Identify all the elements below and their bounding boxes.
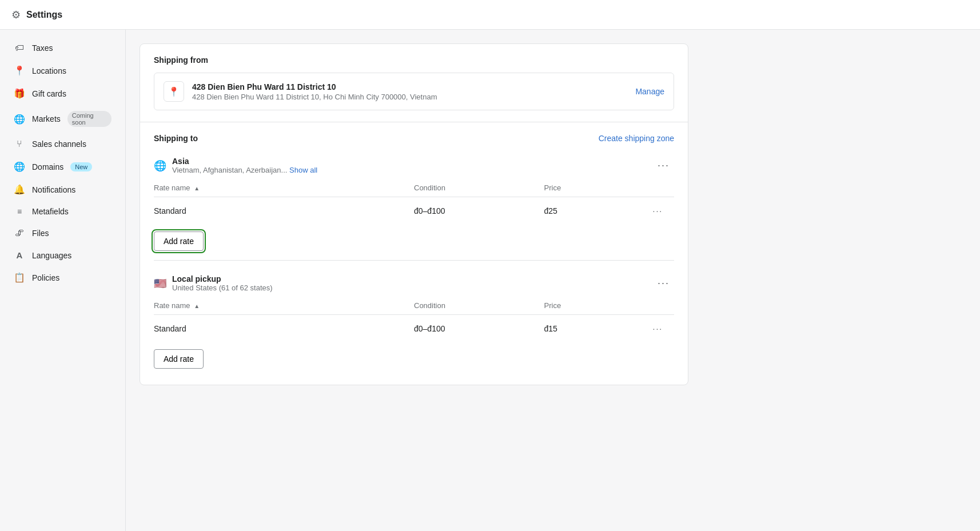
sidebar-item-label: Metafields xyxy=(32,207,69,216)
asia-price-header: Price xyxy=(544,179,648,197)
shipping-to-title: Shipping to xyxy=(154,134,198,143)
manage-link[interactable]: Manage xyxy=(635,87,664,96)
sidebar-item-taxes[interactable]: 🏷 Taxes xyxy=(5,37,121,59)
zone-asia-info: 🌐 Asia Vietnam, Afghanistan, Azerbaijan.… xyxy=(154,157,317,174)
zone-local-pickup-text: Local pickup United States (61 of 62 sta… xyxy=(172,274,273,292)
header-title: Settings xyxy=(26,10,62,20)
gift-cards-icon: 🎁 xyxy=(14,88,25,99)
markets-badge: Coming soon xyxy=(67,111,111,127)
languages-icon: A xyxy=(14,250,25,260)
markets-icon: 🌐 xyxy=(14,114,25,125)
table-row: Standard đ0–đ100 đ15 ··· xyxy=(154,315,674,343)
sort-icon: ▲ xyxy=(194,303,200,309)
add-rate-button-local[interactable]: Add rate xyxy=(154,349,204,369)
zone-asia-name: Asia xyxy=(172,157,317,166)
local-rate-standard-actions: ··· xyxy=(648,315,675,343)
locations-icon: 📍 xyxy=(14,65,25,76)
domains-icon: 🌐 xyxy=(14,161,25,172)
asia-globe-icon: 🌐 xyxy=(154,159,166,172)
table-row: Standard đ0–đ100 đ25 ··· xyxy=(154,197,674,225)
zone-asia-text: Asia Vietnam, Afghanistan, Azerbaijan...… xyxy=(172,157,317,174)
local-pickup-rates-table: Rate name ▲ Condition Price Standard xyxy=(154,297,674,342)
policies-icon: 📋 xyxy=(14,272,25,283)
zone-local-pickup-countries: United States (61 of 62 states) xyxy=(172,284,273,292)
sidebar-item-notifications[interactable]: 🔔 Notifications xyxy=(5,178,121,201)
sidebar: 🏷 Taxes 📍 Locations 🎁 Gift cards 🌐 Marke… xyxy=(0,30,126,531)
sidebar-item-gift-cards[interactable]: 🎁 Gift cards xyxy=(5,82,121,105)
sidebar-item-domains[interactable]: 🌐 Domains New xyxy=(5,155,121,178)
create-shipping-zone-link[interactable]: Create shipping zone xyxy=(599,134,674,143)
sidebar-item-files[interactable]: 🖇 Files xyxy=(5,222,121,244)
sidebar-item-markets[interactable]: 🌐 Markets Coming soon xyxy=(5,105,121,133)
local-rate-standard-condition: đ0–đ100 xyxy=(414,315,544,343)
local-actions-header xyxy=(648,297,675,315)
local-condition-header: Condition xyxy=(414,297,544,315)
notifications-icon: 🔔 xyxy=(14,184,25,195)
zone-asia: 🌐 Asia Vietnam, Afghanistan, Azerbaijan.… xyxy=(154,152,674,251)
us-flag-icon: 🇺🇸 xyxy=(154,277,166,290)
local-rate-name-header: Rate name ▲ xyxy=(154,297,414,315)
taxes-icon: 🏷 xyxy=(14,43,25,53)
sidebar-item-label: Domains xyxy=(32,162,63,171)
local-standard-more-button[interactable]: ··· xyxy=(648,322,668,336)
shipping-from-details: 428 Dien Bien Phu Ward 11 District 10 42… xyxy=(192,82,627,101)
sidebar-item-languages[interactable]: A Languages xyxy=(5,245,121,266)
sidebar-item-label: Locations xyxy=(32,66,66,75)
zone-local-pickup: 🇺🇸 Local pickup United States (61 of 62 … xyxy=(154,270,674,369)
sidebar-item-sales-channels[interactable]: ⑂ Sales channels xyxy=(5,133,121,155)
add-rate-button-asia[interactable]: Add rate xyxy=(154,231,204,251)
zone-asia-header: 🌐 Asia Vietnam, Afghanistan, Azerbaijan.… xyxy=(154,152,674,179)
zone-local-pickup-name: Local pickup xyxy=(172,274,273,284)
local-rate-standard-price: đ15 xyxy=(544,315,648,343)
files-icon: 🖇 xyxy=(14,228,25,238)
shipping-to-header: Shipping to Create shipping zone xyxy=(154,134,674,143)
sidebar-item-label: Notifications xyxy=(32,185,75,194)
sidebar-item-label: Taxes xyxy=(32,43,53,53)
local-price-header: Price xyxy=(544,297,648,315)
location-pin-icon: 📍 xyxy=(164,81,184,102)
sidebar-item-label: Sales channels xyxy=(32,139,86,149)
asia-condition-header: Condition xyxy=(414,179,544,197)
shipping-from-title: Shipping from xyxy=(154,55,674,65)
shipping-location-address: 428 Dien Bien Phu Ward 11 District 10, H… xyxy=(192,93,627,101)
asia-actions-header xyxy=(648,179,675,197)
main-content: Shipping from 📍 428 Dien Bien Phu Ward 1… xyxy=(126,30,980,531)
shipping-card: Shipping from 📍 428 Dien Bien Phu Ward 1… xyxy=(140,43,688,385)
shipping-from-row: 📍 428 Dien Bien Phu Ward 11 District 10 … xyxy=(154,73,674,110)
local-rate-standard-name: Standard xyxy=(154,315,414,343)
sidebar-item-label: Markets xyxy=(32,114,61,123)
metafields-icon: ≡ xyxy=(14,207,25,216)
asia-rate-standard-actions: ··· xyxy=(648,197,675,225)
zone-local-pickup-header: 🇺🇸 Local pickup United States (61 of 62 … xyxy=(154,270,674,297)
sidebar-item-label: Languages xyxy=(32,251,71,260)
sidebar-item-label: Files xyxy=(32,229,49,238)
sidebar-item-label: Policies xyxy=(32,273,59,282)
sidebar-item-policies[interactable]: 📋 Policies xyxy=(5,266,121,289)
zone-divider xyxy=(154,260,674,261)
asia-rate-standard-price: đ25 xyxy=(544,197,648,225)
shipping-location-name: 428 Dien Bien Phu Ward 11 District 10 xyxy=(192,82,627,91)
asia-rate-name-header: Rate name ▲ xyxy=(154,179,414,197)
show-all-asia-link[interactable]: Show all xyxy=(289,166,317,174)
zone-asia-countries: Vietnam, Afghanistan, Azerbaijan... Show… xyxy=(172,166,317,174)
zone-local-pickup-more-button[interactable]: ··· xyxy=(653,275,674,292)
sort-icon: ▲ xyxy=(194,185,200,191)
zone-local-pickup-info: 🇺🇸 Local pickup United States (61 of 62 … xyxy=(154,274,273,292)
asia-standard-more-button[interactable]: ··· xyxy=(648,204,668,218)
shipping-from-section: Shipping from 📍 428 Dien Bien Phu Ward 1… xyxy=(140,44,688,122)
domains-badge: New xyxy=(70,162,92,171)
main-layout: 🏷 Taxes 📍 Locations 🎁 Gift cards 🌐 Marke… xyxy=(0,30,980,531)
sales-channels-icon: ⑂ xyxy=(14,139,25,149)
shipping-to-section: Shipping to Create shipping zone 🌐 Asia … xyxy=(140,122,688,385)
sidebar-item-metafields[interactable]: ≡ Metafields xyxy=(5,201,121,222)
settings-gear-icon: ⚙ xyxy=(11,9,21,21)
asia-rate-standard-condition: đ0–đ100 xyxy=(414,197,544,225)
asia-rates-table: Rate name ▲ Condition Price Standard xyxy=(154,179,674,225)
sidebar-item-locations[interactable]: 📍 Locations xyxy=(5,59,121,82)
app-header: ⚙ Settings xyxy=(0,0,980,30)
sidebar-item-label: Gift cards xyxy=(32,89,66,98)
zone-asia-more-button[interactable]: ··· xyxy=(653,157,674,174)
asia-rate-standard-name: Standard xyxy=(154,197,414,225)
